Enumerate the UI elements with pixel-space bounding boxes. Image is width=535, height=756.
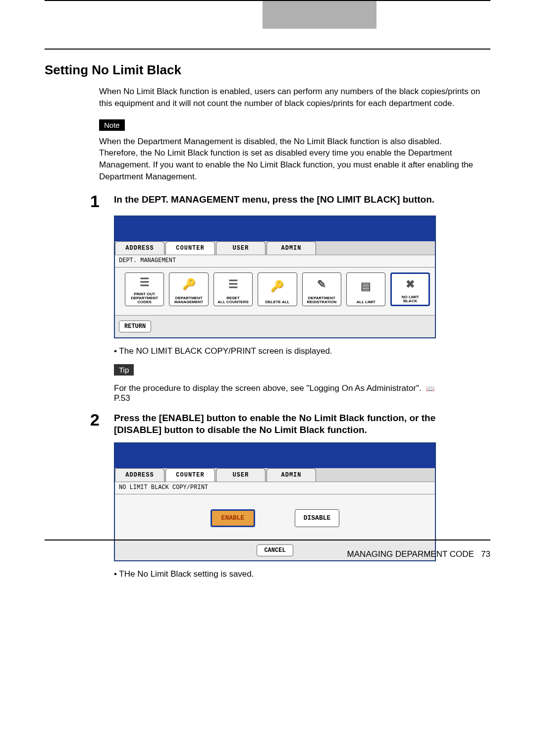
enable-button[interactable]: ENABLE [211,509,255,527]
step-instruction: In the DEPT. MANAGEMENT menu, press the … [114,193,481,210]
step1-result-bullet: • The NO LIMIT BLACK COPY/PRINT screen i… [114,346,481,356]
dept-registration-button[interactable]: ✎DEPARTMENT REGISTRATION [302,272,341,306]
tip-paragraph: For the procedure to display the screen … [114,383,481,403]
button-label: DELETE ALL [265,300,289,304]
tab-address[interactable]: ADDRESS [115,468,164,482]
key-icon: 🔑 [182,273,196,296]
list-icon: ☰ [140,273,150,292]
step-1: 1 In the DEPT. MANAGEMENT menu, press th… [45,193,490,210]
screen-footer: RETURN [115,315,435,337]
tab-user[interactable]: USER [216,468,266,482]
page-footer: MANAGING DEPARMENT CODE 73 [45,540,490,559]
all-limit-button[interactable]: ▤ALL LIMIT [346,272,385,306]
button-label: ALL LIMIT [356,300,375,304]
tab-counter[interactable]: COUNTER [165,241,215,255]
icon-button-row: ☰PRINT OUT DEPARTMENT CODES 🔑DEPARTMENT … [115,268,435,315]
book-icon [426,383,434,393]
footer-rule [45,540,490,540]
print-dept-codes-button[interactable]: ☰PRINT OUT DEPARTMENT CODES [125,272,164,306]
step-number: 2 [90,411,110,436]
tip-text: For the procedure to display the screen … [114,383,422,393]
screen-banner [115,216,435,241]
stack-icon: ▤ [361,273,371,300]
page-top-border [45,0,490,29]
screen-subtitle: DEPT. MANAGEMENT [115,255,435,268]
delete-all-button[interactable]: 🔑DELETE ALL [258,272,297,306]
screen-tabs: ADDRESS COUNTER USER ADMIN [115,241,435,255]
section-heading: Setting No Limit Black [45,62,490,78]
dept-management-button[interactable]: 🔑DEPARTMENT MANAGEMENT [169,272,208,306]
step-number: 1 [90,193,110,210]
tab-admin[interactable]: ADMIN [267,468,316,482]
horizontal-rule [45,49,490,50]
footer-page-number: 73 [481,549,490,559]
screen-tabs: ADDRESS COUNTER USER ADMIN [115,468,435,482]
step-2: 2 Press the [ENABLE] button to enable th… [45,411,490,436]
tip-page-ref: P.53 [114,393,130,403]
list-icon: ☰ [228,273,238,296]
footer-section: MANAGING DEPARMENT CODE [347,549,474,559]
header-gray-block [263,1,376,29]
disable-button[interactable]: DISABLE [295,509,339,527]
return-button[interactable]: RETURN [119,321,151,332]
button-label: RESET ALL COUNTERS [217,296,249,304]
footer-text: MANAGING DEPARMENT CODE 73 [45,549,490,559]
note-badge: Note [99,119,125,131]
tab-user[interactable]: USER [216,241,266,255]
dept-management-screenshot: ADDRESS COUNTER USER ADMIN DEPT. MANAGEM… [114,216,436,338]
intro-paragraph: When No Limit Black function is enabled,… [99,86,481,109]
note-paragraph: When the Department Management is disabl… [99,136,481,183]
no-limit-black-button[interactable]: ✖NO LIMIT BLACK [390,272,430,306]
key-icon: 🔑 [270,273,284,300]
reset-counters-button[interactable]: ☰RESET ALL COUNTERS [214,272,253,306]
tab-counter[interactable]: COUNTER [165,468,215,482]
enable-disable-row: ENABLE DISABLE [115,494,435,540]
button-label: DEPARTMENT MANAGEMENT [174,296,203,304]
button-label: DEPARTMENT REGISTRATION [307,296,336,304]
tip-badge: Tip [114,364,134,376]
screen-banner [115,443,435,468]
step2-result-bullet: • THe No Limit Black setting is saved. [114,569,481,579]
step-instruction: Press the [ENABLE] button to enable the … [114,411,481,436]
button-label: NO LIMIT BLACK [402,295,419,303]
button-label: PRINT OUT DEPARTMENT CODES [125,292,163,304]
screen-subtitle: NO LIMIT BLACK COPY/PRINT [115,482,435,494]
tab-admin[interactable]: ADMIN [267,241,316,255]
pencil-icon: ✎ [317,273,326,296]
cross-icon: ✖ [406,274,415,295]
tab-address[interactable]: ADDRESS [115,241,164,255]
